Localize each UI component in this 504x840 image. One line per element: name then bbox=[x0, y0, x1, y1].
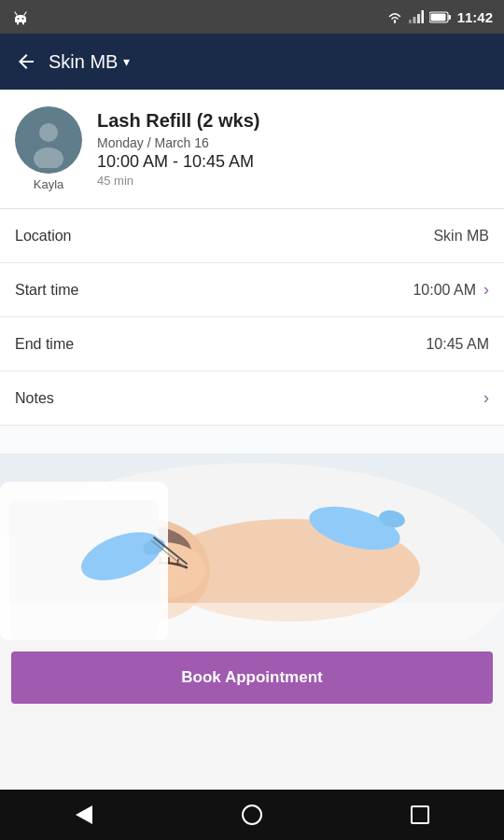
service-image-svg bbox=[0, 426, 504, 640]
start-time-value: 10:00 AM › bbox=[413, 280, 489, 300]
status-time: 11:42 bbox=[457, 9, 493, 25]
battery-icon bbox=[429, 11, 452, 23]
toolbar-title: Skin MB ▾ bbox=[49, 51, 130, 73]
svg-rect-9 bbox=[448, 15, 451, 20]
start-time-row[interactable]: Start time 10:00 AM › bbox=[0, 263, 504, 317]
notes-row[interactable]: Notes › bbox=[0, 371, 504, 426]
svg-rect-35 bbox=[0, 603, 504, 640]
book-appointment-button[interactable]: Book Appointment bbox=[11, 651, 493, 704]
status-bar: 11:42 bbox=[0, 0, 504, 34]
detail-rows: Location Skin MB Start time 10:00 AM › E… bbox=[0, 209, 504, 426]
svg-rect-4 bbox=[409, 20, 412, 23]
service-name: Lash Refill (2 wks) bbox=[97, 110, 489, 132]
start-time-chevron: › bbox=[483, 280, 489, 300]
avatar bbox=[15, 106, 82, 174]
svg-rect-34 bbox=[0, 426, 504, 454]
location-label: Location bbox=[15, 228, 72, 245]
back-button[interactable] bbox=[15, 50, 37, 73]
appointment-duration: 45 min bbox=[97, 174, 489, 188]
svg-point-12 bbox=[39, 123, 58, 142]
notes-label: Notes bbox=[15, 390, 54, 407]
appointment-header: Kayla Lash Refill (2 wks) Monday / March… bbox=[0, 90, 504, 209]
end-time-label: End time bbox=[15, 336, 74, 353]
toolbar: Skin MB ▾ bbox=[0, 34, 504, 90]
client-name: Kayla bbox=[34, 177, 64, 191]
end-time-value: 10:45 AM bbox=[426, 336, 489, 353]
wifi-icon bbox=[386, 10, 403, 23]
signal-icon bbox=[409, 10, 424, 23]
nav-home-button[interactable] bbox=[235, 798, 269, 832]
svg-point-1 bbox=[22, 18, 24, 20]
avatar-container: Kayla bbox=[15, 106, 82, 191]
location-value: Skin MB bbox=[433, 228, 489, 245]
dropdown-icon[interactable]: ▾ bbox=[123, 54, 130, 69]
appointment-info: Lash Refill (2 wks) Monday / March 16 10… bbox=[97, 110, 489, 188]
svg-line-3 bbox=[24, 12, 26, 15]
recents-nav-icon bbox=[411, 805, 429, 824]
book-button-container: Book Appointment bbox=[0, 651, 504, 704]
back-nav-icon bbox=[76, 805, 92, 824]
svg-rect-7 bbox=[421, 10, 424, 23]
start-time-label: Start time bbox=[15, 282, 78, 299]
end-time-row: End time 10:45 AM bbox=[0, 317, 504, 371]
android-icon bbox=[11, 7, 30, 26]
notes-chevron: › bbox=[483, 388, 489, 408]
svg-rect-5 bbox=[413, 17, 415, 23]
svg-point-0 bbox=[18, 18, 20, 20]
svg-line-2 bbox=[15, 12, 17, 15]
service-image bbox=[0, 426, 504, 640]
nav-recents-button[interactable] bbox=[403, 798, 437, 832]
appointment-date: Monday / March 16 bbox=[97, 135, 489, 150]
appointment-time-range: 10:00 AM - 10:45 AM bbox=[97, 152, 489, 172]
nav-back-button[interactable] bbox=[67, 798, 101, 832]
svg-rect-6 bbox=[417, 14, 420, 23]
status-bar-right: 11:42 bbox=[386, 9, 493, 25]
bottom-nav bbox=[0, 790, 504, 840]
location-row: Location Skin MB bbox=[0, 209, 504, 263]
home-nav-icon bbox=[242, 805, 262, 825]
svg-rect-10 bbox=[430, 13, 445, 21]
